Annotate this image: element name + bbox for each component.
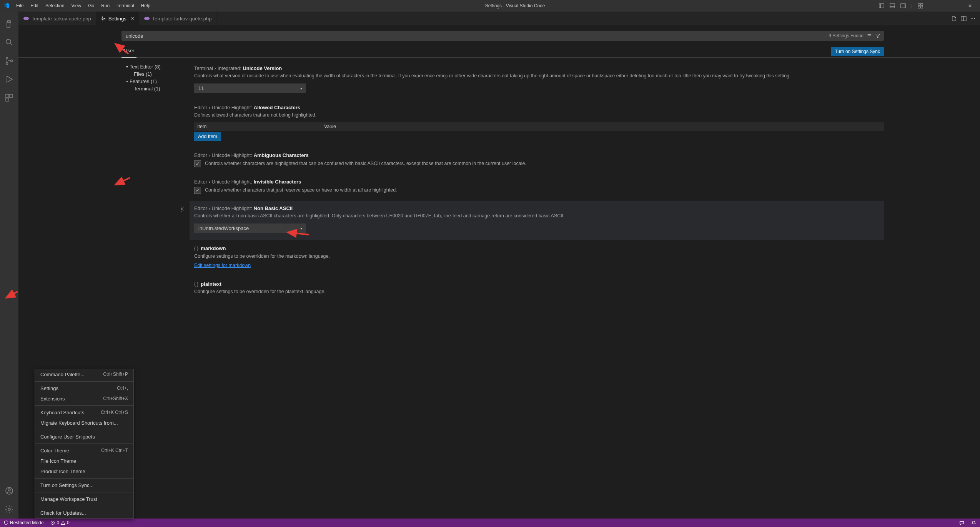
setting-lang_plaintext: { } plaintextConfigure settings to be ov… <box>194 275 884 302</box>
vscode-logo <box>0 3 13 9</box>
menu-run[interactable]: Run <box>98 2 113 10</box>
setting-title: Editor › Unicode Highlight: Invisible Ch… <box>194 179 884 185</box>
manage-gear-icon[interactable] <box>0 500 18 519</box>
setting-dropdown[interactable]: 11▾ <box>194 83 306 93</box>
edit-language-settings-link[interactable]: Edit settings for markdown <box>194 263 251 268</box>
menu-item-shortcut: Ctrl+K Ctrl+S <box>101 410 128 415</box>
explorer-icon[interactable] <box>0 15 18 33</box>
menu-view[interactable]: View <box>68 2 84 10</box>
toc-item[interactable]: ▾Features (1) <box>126 78 180 85</box>
titlebar: FileEditSelectionViewGoRunTerminalHelp S… <box>0 0 980 12</box>
editor-tab[interactable]: Template-tarkov-quete.php <box>18 12 96 25</box>
checkbox[interactable]: ✓ <box>194 187 201 194</box>
close-tab-icon[interactable]: × <box>131 15 134 22</box>
toc-item[interactable]: ▾Text Editor (8) <box>126 63 180 70</box>
toc-label: Text Editor (8) <box>130 64 161 70</box>
filter-icon[interactable] <box>875 33 880 38</box>
menu-item-label: Extensions <box>40 396 65 402</box>
menu-item-label: Configure User Snippets <box>40 434 95 440</box>
status-bar: Restricted Mode 0 0 <box>0 519 980 527</box>
close-button[interactable]: ✕ <box>962 2 978 10</box>
menu-item[interactable]: Check for Updates... <box>35 508 133 518</box>
chevron-down-icon: ▾ <box>300 86 302 90</box>
table-header: ItemValue <box>194 122 884 131</box>
editor-tab[interactable]: Settings× <box>96 12 139 25</box>
menu-separator <box>35 405 133 406</box>
svg-rect-16 <box>10 94 13 97</box>
menu-item[interactable]: Command Palette...Ctrl+Shift+P <box>35 369 133 380</box>
svg-rect-9 <box>921 6 923 8</box>
problems-badge[interactable]: 0 0 <box>49 520 71 525</box>
turn-on-sync-button[interactable]: Turn on Settings Sync <box>831 47 884 56</box>
menu-item[interactable]: Manage Workspace Trust <box>35 494 133 504</box>
gear-icon[interactable] <box>180 206 185 212</box>
menu-item[interactable]: File Icon Theme <box>35 456 133 466</box>
menu-bar: FileEditSelectionViewGoRunTerminalHelp <box>13 2 153 10</box>
menu-item-shortcut: Ctrl+Shift+X <box>103 396 128 402</box>
menu-help[interactable]: Help <box>138 2 154 10</box>
maximize-button[interactable]: ☐ <box>944 2 961 10</box>
search-icon[interactable] <box>0 33 18 52</box>
layout-panel-right-icon[interactable] <box>898 2 908 10</box>
open-settings-json-icon[interactable] <box>951 16 957 22</box>
svg-point-12 <box>6 57 8 59</box>
menu-file[interactable]: File <box>13 2 27 10</box>
svg-point-34 <box>181 208 183 210</box>
layout-customize-icon[interactable] <box>915 2 925 10</box>
menu-separator <box>35 444 133 444</box>
menu-item[interactable]: SettingsCtrl+, <box>35 383 133 394</box>
tab-label: Template-tarkov-quete.php <box>32 16 91 22</box>
scope-tab-user[interactable]: User <box>121 45 136 58</box>
add-item-button[interactable]: Add Item <box>194 132 221 141</box>
restricted-mode-badge[interactable]: Restricted Mode <box>2 520 45 525</box>
menu-item[interactable]: Turn on Settings Sync... <box>35 480 133 490</box>
svg-point-19 <box>8 489 10 491</box>
menu-item[interactable]: Keyboard ShortcutsCtrl+K Ctrl+S <box>35 407 133 418</box>
checkbox[interactable]: ✓ <box>194 160 201 167</box>
menu-item-shortcut: Ctrl+Shift+P <box>103 372 128 377</box>
svg-line-11 <box>10 43 12 45</box>
toc-item[interactable]: Files (1) <box>126 70 180 78</box>
menu-terminal[interactable]: Terminal <box>113 2 137 10</box>
settings-search-input[interactable] <box>122 33 829 39</box>
toc-label: Features (1) <box>130 78 157 84</box>
svg-point-20 <box>8 508 10 510</box>
more-actions-icon[interactable]: ··· <box>970 15 975 22</box>
menu-item[interactable]: Migrate Keyboard Shortcuts from... <box>35 418 133 428</box>
clear-search-icon[interactable] <box>867 33 872 38</box>
editor-tab[interactable]: Template-tarkov-quête.php <box>139 12 217 25</box>
svg-point-13 <box>6 63 8 65</box>
menu-item[interactable]: Product Icon Theme <box>35 466 133 477</box>
tab-label: Template-tarkov-quête.php <box>152 16 212 22</box>
toc-label: Files (1) <box>134 71 152 77</box>
menu-item-shortcut: Ctrl+K Ctrl+T <box>101 448 128 454</box>
layout-panel-left-icon[interactable] <box>877 2 887 10</box>
extensions-icon[interactable] <box>0 88 18 107</box>
notifications-icon[interactable] <box>970 520 978 525</box>
setting-ambiguous: Editor › Unicode Highlight: Ambiguous Ch… <box>194 148 884 174</box>
run-debug-icon[interactable] <box>0 70 18 88</box>
menu-edit[interactable]: Edit <box>27 2 42 10</box>
layout-panel-bottom-icon[interactable] <box>887 2 897 10</box>
feedback-icon[interactable] <box>958 520 966 525</box>
menu-item[interactable]: Configure User Snippets <box>35 432 133 442</box>
tab-label: Settings <box>108 16 126 22</box>
php-file-icon <box>144 16 150 21</box>
setting-dropdown[interactable]: inUntrustedWorkspace▾ <box>194 223 306 233</box>
menu-selection[interactable]: Selection <box>42 2 67 10</box>
split-editor-icon[interactable] <box>961 16 967 22</box>
menu-item[interactable]: Color ThemeCtrl+K Ctrl+T <box>35 445 133 456</box>
accounts-icon[interactable] <box>0 482 18 500</box>
menu-go[interactable]: Go <box>85 2 97 10</box>
menu-item[interactable]: ExtensionsCtrl+Shift+X <box>35 394 133 404</box>
error-count: 0 <box>57 520 59 525</box>
setting-desc: Controls whether characters that just re… <box>205 187 397 194</box>
toc-item[interactable]: Terminal (1) <box>126 85 180 92</box>
setting-title: Editor › Unicode Highlight: Allowed Char… <box>194 105 884 110</box>
minimize-button[interactable]: ─ <box>926 2 943 10</box>
php-file-icon <box>23 16 29 21</box>
source-control-icon[interactable] <box>0 52 18 70</box>
language-override-header: { } plaintext <box>194 281 221 287</box>
settings-tab-icon <box>101 16 106 21</box>
chevron-down-icon: ▾ <box>126 79 128 83</box>
